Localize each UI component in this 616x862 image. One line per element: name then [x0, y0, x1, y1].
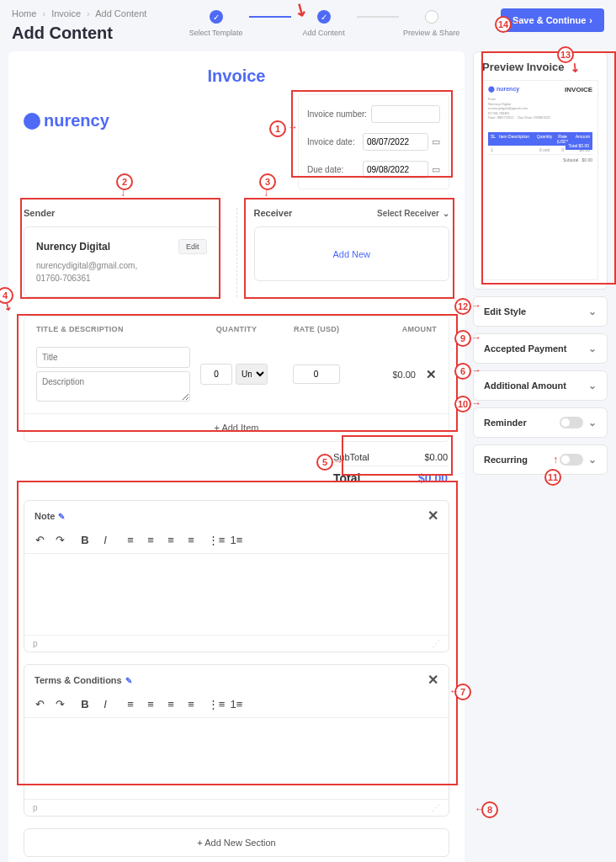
sender-phone: 01760-706361: [36, 272, 207, 285]
align-justify-icon[interactable]: ≡: [184, 698, 198, 710]
callout-12: 12: [454, 298, 471, 315]
add-section-button[interactable]: + Add New Section: [24, 828, 449, 857]
step-select-template-label: Select Template: [189, 29, 243, 37]
calendar-icon[interactable]: ▭: [432, 136, 440, 146]
receiver-card: Add New: [254, 226, 450, 281]
select-receiver-dropdown[interactable]: Select Receiver ⌄: [377, 209, 449, 218]
note-editor: Note✎ ✕ ↶ ↷ B I ≡ ≡ ≡ ≡ ⋮: [24, 500, 449, 652]
chevron-right-icon: ›: [589, 15, 592, 25]
resize-handle-icon[interactable]: ⋰: [432, 639, 440, 648]
undo-icon[interactable]: ↶: [33, 534, 46, 546]
invoice-date-label: Invoice date:: [307, 137, 355, 146]
annotation-arrow: →: [471, 300, 481, 311]
stepper: ✓ Select Template ✓ Add Content Preview …: [183, 10, 465, 37]
invoice-number-input[interactable]: [371, 105, 440, 123]
callout-14: 14: [495, 16, 512, 33]
redo-icon[interactable]: ↷: [53, 534, 66, 546]
note-textarea[interactable]: [24, 554, 449, 635]
edit-style-panel[interactable]: Edit Style⌄: [473, 296, 608, 327]
invoice-number-label: Invoice number:: [307, 109, 367, 119]
col-header-rate: Rate (USD): [277, 325, 357, 333]
due-date-input[interactable]: [363, 161, 428, 178]
terms-toolbar: ↶ ↷ B I ≡ ≡ ≡ ≡ ⋮≡ 1≡: [24, 694, 449, 718]
mini-invoice-label: INVOICE: [565, 86, 592, 93]
italic-icon[interactable]: I: [98, 534, 112, 546]
chevron-down-icon: ⌄: [588, 454, 597, 466]
annotation-arrow: ←: [449, 685, 459, 697]
terms-title: Terms & Conditions: [35, 675, 122, 685]
total-label: Total: [333, 471, 360, 485]
annotation-arrow: →: [471, 397, 481, 409]
add-item-button[interactable]: + Add Item: [24, 413, 449, 441]
align-right-icon[interactable]: ≡: [164, 534, 178, 546]
callout-5: 5: [316, 454, 333, 471]
step-add-content-label: Add Content: [303, 29, 345, 37]
align-left-icon[interactable]: ≡: [124, 698, 137, 710]
chevron-down-icon: ⌄: [588, 417, 597, 428]
annotation-arrow: →: [471, 364, 481, 376]
annotation-arrow: →: [288, 121, 298, 133]
resize-handle-icon[interactable]: ⋰: [432, 803, 440, 812]
calendar-icon[interactable]: ▭: [432, 164, 440, 174]
note-close-button[interactable]: ✕: [427, 508, 438, 524]
sender-name: Nurency Digital: [36, 241, 110, 253]
terms-textarea[interactable]: [24, 718, 449, 799]
bullet-list-icon[interactable]: ⋮≡: [210, 534, 223, 546]
reminder-toggle[interactable]: [560, 417, 583, 428]
number-list-icon[interactable]: 1≡: [230, 534, 243, 546]
callout-9: 9: [454, 330, 471, 347]
additional-amount-panel[interactable]: Additional Amount⌄: [473, 370, 608, 401]
accepted-payment-panel[interactable]: Accepted Payment⌄: [473, 333, 608, 364]
undo-icon[interactable]: ↶: [33, 698, 46, 710]
receiver-title: Receiver: [254, 208, 293, 218]
align-left-icon[interactable]: ≡: [124, 534, 137, 546]
annotation-arrow: →: [471, 332, 481, 343]
align-justify-icon[interactable]: ≡: [184, 534, 198, 546]
bold-icon[interactable]: B: [78, 698, 92, 710]
item-description-input[interactable]: [36, 371, 190, 402]
brand-logo: nurency: [24, 111, 109, 130]
edit-sender-button[interactable]: Edit: [178, 239, 207, 254]
align-center-icon[interactable]: ≡: [144, 698, 157, 710]
number-list-icon[interactable]: 1≡: [230, 698, 243, 710]
item-unit-select[interactable]: Unit: [236, 364, 268, 385]
bullet-list-icon[interactable]: ⋮≡: [210, 698, 223, 710]
invoice-form-card: Invoice nurency Invoice number: Invoice …: [8, 51, 465, 862]
recurring-toggle[interactable]: [560, 454, 583, 466]
subtotal-value: $0.00: [424, 452, 448, 462]
preview-invoice-panel: Preview Invoice ⬤ nurency INVOICE FromNu…: [473, 51, 608, 290]
bold-icon[interactable]: B: [78, 534, 92, 546]
chevron-down-icon: ⌄: [588, 380, 597, 391]
item-quantity-input[interactable]: [200, 364, 232, 385]
redo-icon[interactable]: ↷: [53, 698, 66, 710]
annotation-arrow: ←: [475, 803, 485, 815]
annotation-arrow: ↓: [120, 187, 125, 199]
step-add-content-icon: ✓: [317, 10, 331, 24]
pencil-icon[interactable]: ✎: [58, 512, 65, 521]
item-rate-input[interactable]: [293, 364, 340, 384]
col-header-title: Title & Description: [36, 325, 196, 333]
item-title-input[interactable]: [36, 347, 190, 368]
callout-13: 13: [557, 46, 574, 63]
total-value: $0.00: [418, 471, 448, 485]
item-row: Unit $0.00 ✕: [24, 342, 449, 413]
add-new-receiver-button[interactable]: Add New: [332, 249, 370, 259]
terms-close-button[interactable]: ✕: [427, 672, 438, 688]
annotation-arrow: ↑: [553, 454, 558, 466]
totals-block: SubTotal $0.00 Total $0.00: [332, 449, 449, 488]
chevron-down-icon: ⌄: [588, 306, 597, 317]
invoice-date-input[interactable]: [363, 133, 428, 151]
italic-icon[interactable]: I: [98, 698, 112, 710]
mini-logo: ⬤ nurency: [488, 86, 519, 93]
align-right-icon[interactable]: ≡: [164, 698, 178, 710]
page-title: Add Content: [12, 24, 146, 43]
align-center-icon[interactable]: ≡: [144, 534, 157, 546]
breadcrumb-invoice[interactable]: Invoice: [51, 8, 81, 19]
annotation-arrow: ↓: [263, 187, 268, 199]
breadcrumb-home[interactable]: Home: [12, 8, 36, 19]
recurring-panel[interactable]: Recurring ⌄: [473, 444, 608, 475]
reminder-panel[interactable]: Reminder ⌄: [473, 407, 608, 438]
remove-item-button[interactable]: ✕: [426, 367, 437, 382]
annotation-arrow: →: [333, 455, 343, 467]
pencil-icon[interactable]: ✎: [125, 676, 132, 685]
